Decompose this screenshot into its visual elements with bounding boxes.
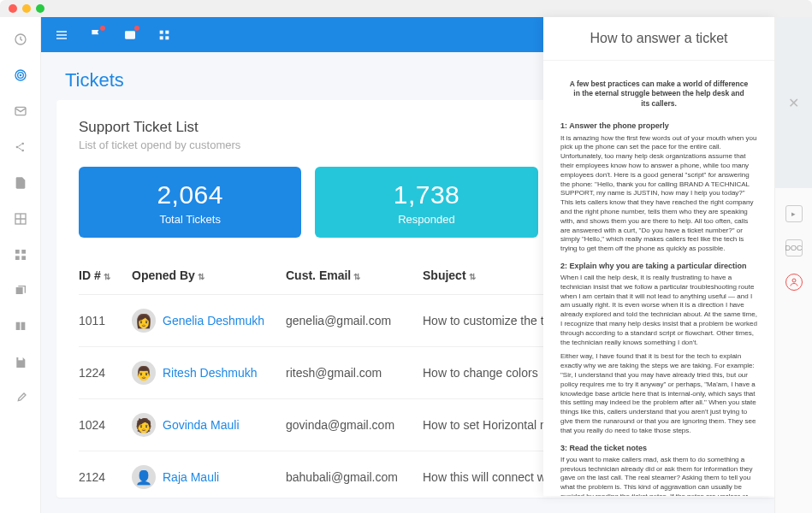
sidebar-nav [0, 17, 41, 513]
book-icon[interactable] [14, 320, 27, 333]
video-icon[interactable]: ▸ [785, 205, 803, 222]
cell-id: 1011 [79, 314, 132, 327]
sort-icon: ⇅ [469, 272, 476, 281]
svg-rect-9 [15, 250, 20, 254]
doc-icon[interactable]: DOC [785, 239, 803, 256]
target-icon[interactable] [14, 68, 27, 82]
cell-id: 2124 [79, 470, 132, 484]
header-email[interactable]: Cust. Email⇅ [286, 268, 423, 282]
article-body: A few best practices can make a world of… [543, 61, 774, 496]
cell-id: 1024 [79, 418, 132, 432]
cell-id: 1224 [79, 366, 132, 380]
save-icon[interactable] [14, 356, 27, 369]
user-link[interactable]: Ritesh Deshmukh [163, 366, 258, 380]
avatar: 🧑 [132, 413, 156, 437]
notification-dot [134, 26, 139, 31]
svg-point-5 [15, 146, 18, 149]
notification-dot [100, 26, 105, 31]
mail-icon[interactable] [14, 104, 27, 118]
minimize-window-icon[interactable] [22, 4, 31, 13]
cell-email: govinda@gmail.com [286, 418, 423, 432]
avatar: 👨 [132, 361, 156, 385]
svg-rect-12 [21, 256, 26, 260]
sort-icon: ⇅ [198, 272, 204, 281]
header-id[interactable]: ID #⇅ [79, 268, 132, 282]
maximize-window-icon[interactable] [36, 4, 44, 13]
header-opened-by[interactable]: Opened By⇅ [132, 268, 286, 282]
menu-icon[interactable] [55, 28, 68, 42]
close-window-icon[interactable] [9, 4, 17, 13]
svg-rect-14 [125, 31, 135, 38]
stat-responded-label: Responded [318, 213, 534, 226]
flag-icon[interactable] [89, 28, 103, 42]
svg-point-3 [20, 74, 21, 75]
user-link[interactable]: Genelia Deshmukh [163, 314, 264, 327]
svg-point-7 [21, 150, 24, 152]
stat-responded: 1,738 Responded [315, 167, 537, 238]
file-icon[interactable] [14, 176, 27, 190]
stat-total: 2,064 Total Tickets [79, 167, 301, 238]
cell-opened-by[interactable]: 👩Genelia Deshmukh [132, 309, 286, 333]
user-link[interactable]: Raja Mauli [163, 470, 219, 484]
apps-icon[interactable] [14, 248, 27, 262]
article-title: How to answer a ticket [543, 17, 774, 61]
article-p: Either way, I have found that it is best… [560, 352, 757, 435]
stat-total-label: Total Tickets [82, 213, 298, 226]
svg-rect-16 [165, 30, 169, 33]
window-chrome [0, 0, 812, 17]
close-panel-button[interactable]: ✕ [775, 17, 813, 188]
sort-icon: ⇅ [104, 272, 110, 281]
article-intro: A few best practices can make a world of… [569, 80, 749, 109]
dashboard-icon[interactable] [14, 32, 27, 46]
stat-total-value: 2,064 [82, 180, 298, 209]
article-p: It is amazing how the first few words ou… [560, 134, 757, 254]
share-icon[interactable] [14, 140, 27, 154]
layers-icon[interactable] [14, 284, 27, 298]
avatar: 👤 [132, 465, 156, 489]
svg-point-19 [792, 279, 796, 282]
cell-opened-by[interactable]: 🧑Govinda Mauli [132, 413, 286, 437]
article-h2: 2: Explain why you are taking a particul… [560, 261, 757, 271]
cell-opened-by[interactable]: 👨Ritesh Deshmukh [132, 361, 286, 385]
svg-rect-17 [160, 36, 163, 39]
svg-rect-18 [165, 36, 169, 39]
svg-rect-11 [15, 256, 20, 260]
apps-topbar-icon[interactable] [157, 28, 171, 42]
stat-responded-value: 1,738 [318, 180, 534, 209]
cell-email: genelia@gmail.com [286, 314, 423, 327]
user-link[interactable]: Govinda Mauli [163, 418, 240, 432]
article-h1: 1: Answer the phone properly [560, 121, 757, 131]
avatar: 👩 [132, 309, 156, 333]
right-sidebar: ✕ ▸ DOC [774, 17, 812, 513]
user-icon[interactable] [785, 274, 803, 291]
article-h3: 3: Read the ticket notes [560, 443, 757, 453]
brush-icon[interactable] [14, 392, 27, 405]
message-icon[interactable] [123, 28, 137, 42]
sort-icon: ⇅ [353, 272, 360, 281]
grid-icon[interactable] [14, 212, 27, 226]
svg-point-6 [21, 143, 24, 145]
svg-rect-13 [18, 357, 22, 360]
svg-rect-10 [21, 250, 26, 254]
article-p: If you want to make callers mad, ask the… [560, 456, 757, 496]
article-panel: How to answer a ticket A few best practi… [543, 17, 774, 496]
svg-rect-15 [160, 30, 163, 33]
cell-email: ritesh@gmail.com [286, 366, 423, 380]
article-p: When I call the help desk, it is really … [560, 274, 757, 347]
cell-opened-by[interactable]: 👤Raja Mauli [132, 465, 286, 489]
cell-email: bahubali@gmail.com [286, 470, 423, 484]
